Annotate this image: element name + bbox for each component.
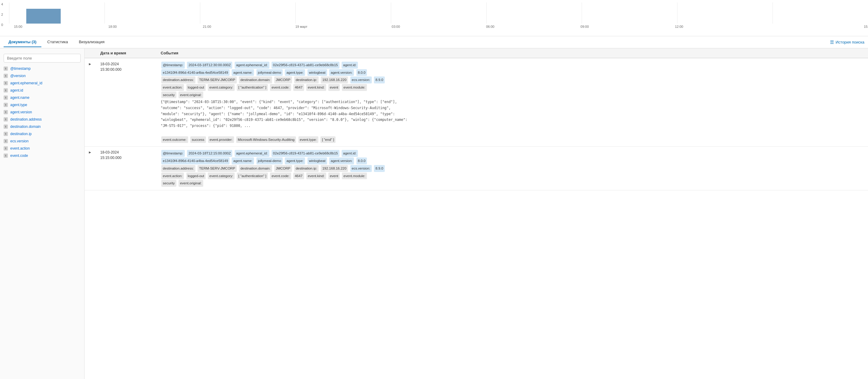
events-content-2: @timestamp: 2024-03-18T12:15:00.000Z age… (161, 150, 864, 187)
sidebar-search-container (0, 51, 84, 65)
history-label: История поиска (836, 40, 864, 45)
field-type-badge: t (4, 110, 8, 114)
token-evprovider-val: Microsoft-Windows-Security-Auditing (236, 136, 296, 143)
sidebar-item-dest-domain[interactable]: t destination.domain (0, 123, 84, 130)
token-destaddr-val: TERM-SERV-JMCORP (197, 77, 237, 83)
grid-line-1 (104, 2, 105, 24)
datetime-cell: 18-03-202415:30:00.000 (100, 61, 161, 72)
token-evcode-val: 4647 (293, 84, 304, 91)
field-name: @version (10, 74, 26, 78)
result-row-summary[interactable]: ► 18-03-202415:15:00.000 @timestamp: 202… (85, 147, 868, 190)
token-evtype-val: [ "end" ] (320, 136, 336, 143)
sidebar-item-agent-type[interactable]: t agent.type (0, 101, 84, 109)
search-input[interactable] (4, 54, 81, 63)
grid-line-6 (582, 2, 582, 24)
x-label-1200: 12:00 (675, 25, 683, 28)
token-agenttype-key2: agent.type: (285, 157, 305, 165)
grid-line-5 (486, 2, 487, 24)
sidebar-item-version[interactable]: t @version (0, 72, 84, 80)
token-agentver-key2: agent.version: (329, 157, 354, 165)
field-name: agent.name (10, 95, 29, 100)
token-agentver-key: agent.version: (329, 69, 354, 76)
field-name: agent.ephemeral_id (10, 81, 42, 85)
field-type-badge: t (4, 74, 8, 78)
token-agentname-val: jollymeal-demo (256, 69, 283, 76)
token-agentid-val: e13410f4-896d-4140-a4ba-4ed54ce58149 (161, 69, 229, 76)
x-label-1500: 15:00 (14, 25, 22, 28)
token-agentver-val: 8.0.0 (356, 69, 367, 76)
field-name: @timestamp (10, 66, 31, 71)
token-ecsver-val: 8.9.0 (374, 77, 385, 83)
grid-line-2 (200, 2, 200, 24)
expand-column-header (88, 51, 100, 55)
token-evcat-key: event.category: (208, 84, 235, 91)
field-name: event.code (10, 153, 28, 158)
token-agentid-val2: e13410f4-896d-4140-a4ba-4ed54ce58149 (161, 157, 229, 165)
y-label-0: 0 (1, 23, 9, 27)
events-content: @timestamp: 2024-03-18T12:30:00.000Z age… (161, 61, 864, 143)
token-timestamp-key2: @timestamp: (161, 150, 185, 157)
x-label-0900: 09:00 (581, 25, 589, 28)
sidebar-item-event-code[interactable]: t event.code (0, 152, 84, 159)
field-name: destination.address (10, 117, 42, 121)
token-security2: security (161, 180, 176, 187)
token-destaddr-key: destination.address: (161, 77, 195, 83)
field-name: destination.domain (10, 124, 41, 129)
sidebar-item-agent-id[interactable]: t agent.id (0, 87, 84, 94)
tab-documents[interactable]: Документы (3) (4, 37, 41, 47)
token-evkind-val2: event (328, 173, 340, 179)
chart-x-labels: 15:00 18:00 21:00 19 март 03:00 06:00 09… (18, 24, 868, 30)
result-row-summary[interactable]: ► 18-03-202415:30:00.000 @timestamp: 202… (85, 58, 868, 146)
tab-visualization[interactable]: Визуализация (74, 37, 109, 47)
chart-canvas: 15:00 18:00 21:00 19 март 03:00 06:00 09… (9, 2, 868, 30)
chart-bar (26, 9, 61, 24)
table-row: ► 18-03-202415:30:00.000 @timestamp: 202… (85, 58, 868, 147)
results-panel: Дата и время События ► 18-03-202415:30:0… (85, 48, 868, 379)
token-destaddr-key2: destination.address: (161, 165, 195, 172)
token-timestamp-key: @timestamp: (161, 62, 185, 68)
token-evcode-key: event.code: (270, 84, 291, 91)
field-type-badge: t (4, 146, 8, 150)
chart-area: 4 2 0 15:00 18:00 21:00 19 март 03:00 06… (0, 0, 868, 36)
x-label-2100: 21:00 (203, 25, 211, 28)
token-evcode-key2: event.code: (270, 173, 291, 179)
sidebar-item-timestamp[interactable]: t @timestamp (0, 65, 84, 72)
sidebar-item-agent-version[interactable]: t agent.version (0, 109, 84, 116)
field-type-badge: t (4, 88, 8, 92)
x-label-mart: 19 март (296, 25, 307, 28)
y-label-2: 2 (1, 13, 9, 16)
token-agentid-key2: agent.id: (342, 150, 358, 157)
token-destdomain-val2: JMCORP (274, 165, 292, 172)
sidebar-item-ephemeral-id[interactable]: t agent.ephemeral_id (0, 80, 84, 87)
grid-line-8 (773, 2, 773, 24)
token-evcat-val2: [ "authentication" ] (237, 173, 268, 179)
token-eph-val: 02e29f56-c819-4371-ab81-ce9eb68c8b15 (272, 62, 339, 68)
sidebar-item-ecs-version[interactable]: t ecs.version (0, 138, 84, 145)
field-type-badge: t (4, 124, 8, 129)
field-type-badge: t (4, 153, 8, 158)
history-icon: ☰ (830, 39, 834, 45)
datetime-cell: 18-03-202415:15:00.000 (100, 150, 161, 161)
sidebar-item-agent-name[interactable]: t agent.name (0, 94, 84, 101)
tab-statistics[interactable]: Статистика (42, 37, 73, 47)
grid-line-4 (391, 2, 391, 24)
token-destdomain-key: destination.domain: (239, 77, 272, 83)
token-evcat-val: [ "authentication" ] (237, 84, 268, 91)
history-button[interactable]: ☰ История поиска (830, 39, 864, 45)
field-name: event.action (10, 146, 30, 150)
token-evaction-val2: logged-out (186, 173, 206, 179)
token-destip-key2: destination.ip: (294, 165, 319, 172)
token-destip-val2: 192.168.16.220 (321, 165, 348, 172)
sidebar-item-dest-address[interactable]: t destination.address (0, 116, 84, 123)
field-type-badge: t (4, 66, 8, 71)
field-name: ecs.version (10, 139, 29, 143)
expand-icon[interactable]: ► (88, 150, 100, 154)
token-evkind-key: event.kind: (306, 84, 326, 91)
expand-icon[interactable]: ► (88, 61, 100, 66)
token-evoriginal-key: event.original: (179, 92, 203, 98)
sidebar-item-event-action[interactable]: t event.action (0, 145, 84, 152)
sidebar-item-dest-ip[interactable]: t destination.ip (0, 130, 84, 138)
token-security: security (161, 92, 176, 98)
token-eph-val2: 02e29f56-c819-4371-ab81-ce9eb68c8b15 (272, 150, 339, 157)
token-evcode-val2: 4647 (293, 173, 304, 179)
